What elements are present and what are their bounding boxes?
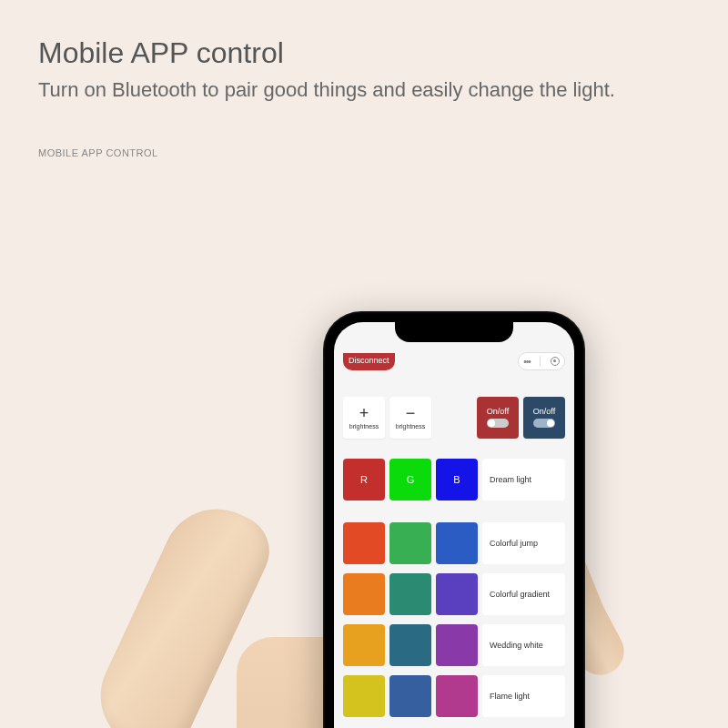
phone-notch [395,322,513,342]
more-icon: ••• [523,357,531,367]
hand-illustration: Disconnect ••• + brightness [91,155,682,728]
phone-frame: Disconnect ••• + brightness [323,311,585,728]
onoff-button-1[interactable]: On/off [477,397,519,439]
disconnect-button[interactable]: Disconnect [343,353,395,370]
color-swatch[interactable] [343,675,385,717]
color-swatch[interactable] [389,675,431,717]
effect-colorful-jump[interactable]: Colorful jump [482,522,565,564]
color-swatch[interactable] [343,573,385,615]
effect-row-4: Flame light [343,675,565,717]
effect-row-3: Wedding white [343,624,565,666]
controls-row: + brightness − brightness On/off On/off [343,397,565,439]
dream-light-button[interactable]: Dream light [482,459,565,500]
color-swatch[interactable] [343,624,385,666]
color-swatch[interactable] [436,675,478,717]
color-b-button[interactable]: B [436,459,478,500]
brightness-down-button[interactable]: − brightness [389,397,431,439]
effect-row-2: Colorful gradient [343,573,565,615]
plus-icon: + [359,405,369,421]
effect-colorful-gradient[interactable]: Colorful gradient [482,573,565,615]
page-title: Mobile APP control [38,36,284,70]
effect-wedding-white[interactable]: Wedding white [482,624,565,666]
color-r-button[interactable]: R [343,459,385,500]
color-swatch[interactable] [436,522,478,564]
color-swatch[interactable] [389,624,431,666]
minus-icon: − [406,405,416,421]
onoff-button-2[interactable]: On/off [523,397,565,439]
miniprogram-menu-button[interactable]: ••• [518,352,565,370]
brightness-up-label: brightness [349,423,379,430]
target-icon [551,357,560,366]
app-top-bar: Disconnect ••• [334,348,574,375]
toggle-icon [533,419,555,428]
toggle-icon [487,419,509,428]
app-content: + brightness − brightness On/off On/off [343,397,565,728]
effect-flame-light[interactable]: Flame light [482,675,565,717]
brightness-up-button[interactable]: + brightness [343,397,385,439]
rgb-row: R G B Dream light [343,459,565,500]
color-swatch[interactable] [343,522,385,564]
color-swatch[interactable] [436,624,478,666]
effect-row-1: Colorful jump [343,522,565,564]
color-g-button[interactable]: G [389,459,431,500]
page-subtitle: Turn on Bluetooth to pair good things an… [38,78,615,102]
color-swatch[interactable] [389,522,431,564]
phone-screen: Disconnect ••• + brightness [334,322,574,728]
color-swatch[interactable] [436,573,478,615]
brightness-down-label: brightness [396,423,425,430]
color-swatch[interactable] [389,573,431,615]
